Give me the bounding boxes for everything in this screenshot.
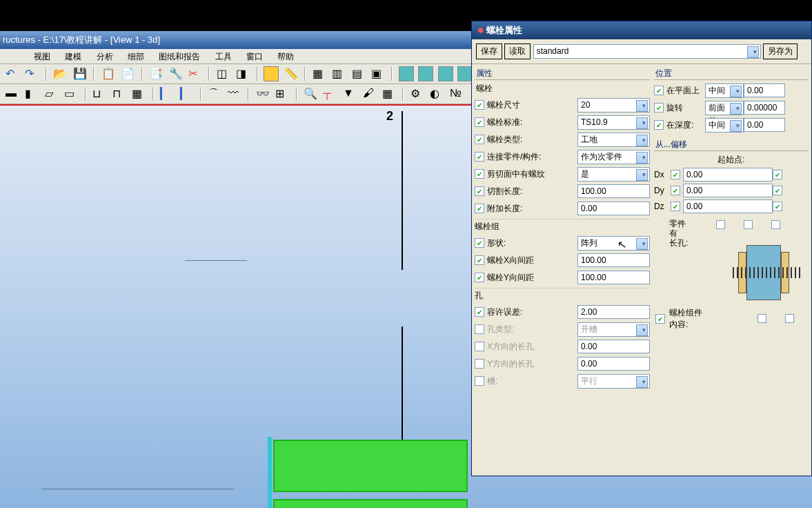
ylong-input[interactable]: 0.00 [577, 357, 650, 371]
saveas-button[interactable]: 另存为 [763, 43, 798, 59]
setting-icon[interactable]: ⚙ [410, 86, 425, 101]
view3-icon[interactable]: ▤ [351, 66, 366, 81]
copy-icon[interactable]: 📑 [148, 66, 164, 81]
dz-check[interactable] [671, 202, 680, 211]
bolt-std-check[interactable] [475, 117, 484, 127]
slot-check[interactable] [475, 376, 484, 386]
conn-combo[interactable]: 作为次零件 [577, 150, 650, 164]
bolt2-icon[interactable]: ⊞ [275, 86, 290, 101]
xlong-check[interactable] [475, 342, 484, 351]
number-icon[interactable]: № [449, 86, 464, 101]
thread-combo[interactable]: 是 [577, 167, 650, 182]
menu-drawings[interactable]: 图纸和报告 [152, 49, 206, 65]
yellow-icon[interactable] [264, 66, 279, 81]
undo-icon[interactable]: ↶ [5, 66, 20, 81]
view2-icon[interactable]: ▥ [331, 66, 346, 81]
save-button[interactable]: 保存 [476, 43, 502, 59]
view4-icon[interactable]: ▣ [370, 66, 386, 81]
preset-combo[interactable]: standard [533, 44, 761, 59]
rot-input[interactable]: 0.00000 [744, 101, 785, 115]
cutlen-input[interactable]: 100.00 [577, 184, 650, 198]
model-part-2[interactable] [273, 499, 468, 508]
ruler-icon[interactable]: 📏 [284, 66, 299, 81]
dy-check2[interactable] [773, 186, 782, 195]
bolt-type-combo[interactable]: 工地 [577, 133, 650, 147]
xdist-input[interactable]: 100.00 [577, 253, 650, 267]
depth-combo[interactable]: 中间 [705, 118, 744, 133]
glasses-icon[interactable]: 👓 [255, 86, 270, 101]
addlen-input[interactable]: 0.00 [577, 202, 650, 215]
teal2-icon[interactable] [418, 66, 433, 81]
dy-input[interactable]: 0.00 [683, 184, 773, 197]
cut-icon[interactable]: ✂ [188, 66, 203, 81]
teal4-icon[interactable] [457, 66, 473, 81]
dx-input[interactable]: 0.00 [683, 168, 773, 182]
menu-detail[interactable]: 细部 [121, 49, 150, 65]
slot-chk-1[interactable] [716, 220, 725, 229]
redo-icon[interactable]: ↷ [24, 66, 39, 81]
dz-input[interactable]: 0.00 [683, 199, 773, 213]
dz-check2[interactable] [773, 202, 782, 211]
ydist-check[interactable] [475, 273, 484, 282]
layer-icon[interactable]: ▦ [382, 86, 397, 101]
phase-icon[interactable]: ◐ [429, 86, 444, 101]
shape-check[interactable] [475, 238, 484, 248]
beam-icon[interactable]: ▬ [5, 86, 20, 101]
rot-check[interactable] [654, 103, 664, 113]
combine-icon[interactable]: ◨ [235, 66, 250, 81]
break-icon[interactable]: ◫ [216, 66, 231, 81]
dy-check[interactable] [671, 186, 680, 195]
menu-view[interactable]: 视图 [28, 49, 57, 65]
slot-chk-2[interactable] [744, 220, 753, 229]
menu-window[interactable]: 窗口 [240, 49, 269, 65]
menu-model[interactable]: 建模 [59, 49, 88, 65]
conn-check[interactable] [475, 152, 484, 162]
column-icon[interactable]: ▮ [24, 86, 39, 101]
onplane-input[interactable]: 0.00 [744, 84, 785, 97]
ylong-check[interactable] [475, 359, 484, 369]
teal1-icon[interactable] [399, 66, 414, 81]
onplane-combo[interactable]: 中间 [705, 84, 744, 98]
dx-check[interactable] [671, 170, 680, 179]
load-button[interactable]: 读取 [504, 43, 531, 59]
curve-icon[interactable]: 〰 [227, 86, 242, 101]
content-check[interactable] [655, 314, 665, 324]
cont-chk-1[interactable] [757, 314, 766, 323]
depth-check[interactable] [654, 120, 664, 130]
bolt-size-combo[interactable]: 20 [577, 98, 650, 113]
cutlen-check[interactable] [475, 186, 484, 196]
filter-icon[interactable]: ▼ [342, 86, 357, 101]
dx-check2[interactable] [773, 170, 782, 179]
addlen-check[interactable] [475, 204, 484, 213]
slot-chk-3[interactable] [771, 220, 780, 229]
bolt-icon[interactable]: ⊔ [92, 86, 107, 101]
report-icon[interactable]: 📄 [120, 66, 135, 81]
teal3-icon[interactable] [438, 66, 453, 81]
bar2-icon[interactable]: ▎ [179, 86, 195, 101]
paint-icon[interactable]: 🖌 [362, 86, 377, 101]
find-icon[interactable]: 🔍 [303, 86, 318, 101]
dim-icon[interactable]: ┬ [323, 86, 338, 101]
onplane-check[interactable] [654, 86, 664, 95]
weld-icon[interactable]: ⊓ [112, 86, 127, 101]
bolt-type-check[interactable] [475, 135, 484, 144]
bar1-icon[interactable]: ▎ [159, 86, 175, 101]
bolt-size-check[interactable] [475, 100, 484, 110]
xdist-check[interactable] [475, 255, 484, 265]
mesh-icon[interactable]: ▦ [131, 86, 146, 101]
xlong-input[interactable]: 0.00 [577, 340, 650, 353]
tool-icon[interactable]: 🔧 [168, 66, 184, 81]
menu-tools[interactable]: 工具 [209, 49, 238, 65]
ydist-input[interactable]: 100.00 [577, 271, 650, 284]
view1-icon[interactable]: ▦ [312, 66, 327, 81]
bolt-std-combo[interactable]: TS10.9 [577, 115, 650, 130]
arc-icon[interactable]: ⌒ [207, 86, 222, 101]
tol-check[interactable] [475, 307, 484, 317]
model-part-1[interactable] [273, 440, 468, 492]
shape-combo[interactable]: 阵列 [577, 236, 650, 251]
slab-icon[interactable]: ▭ [63, 86, 79, 101]
menu-help[interactable]: 帮助 [271, 49, 300, 65]
save-icon[interactable]: 💾 [72, 66, 88, 81]
open-icon[interactable]: 📂 [52, 66, 68, 81]
holetype-check[interactable] [475, 324, 484, 334]
